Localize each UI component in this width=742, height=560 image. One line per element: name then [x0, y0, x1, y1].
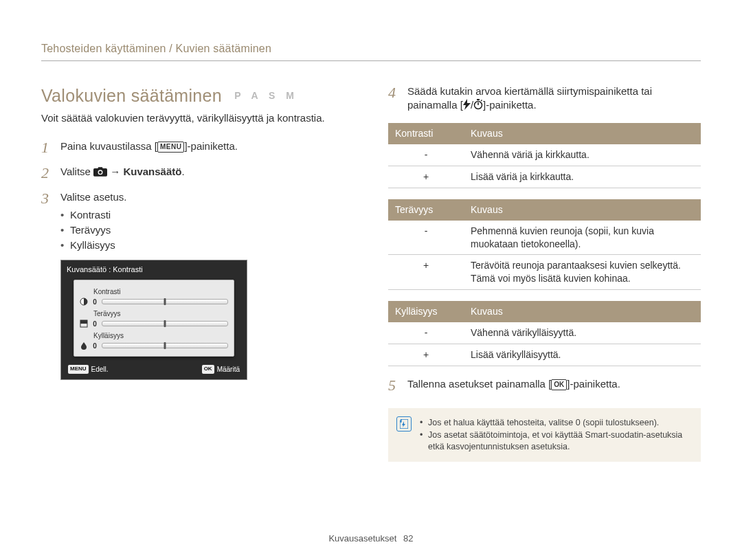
slider-track: [102, 321, 228, 326]
mode-badges: P A S M: [234, 89, 298, 102]
sub-item: Kontrasti: [60, 208, 354, 222]
table-header: Kuvaus: [464, 301, 701, 322]
table-cell: -: [388, 144, 464, 166]
table-saturation: Kylläisyys Kuvaus - Vähennä värikylläisy…: [388, 301, 701, 366]
contrast-icon: [80, 298, 88, 306]
menu-icon: MENU: [68, 365, 89, 373]
screenshot-back-label: Edell.: [91, 365, 109, 374]
note-item: Jos asetat säätötoimintoja, et voi käytt…: [420, 429, 691, 453]
ok-icon: OK: [202, 365, 214, 373]
table-cell: +: [388, 344, 464, 366]
table-cell: +: [388, 255, 464, 290]
slider-track: [102, 343, 228, 348]
step-4-text-c: ]-painiketta.: [483, 99, 537, 111]
table-cell: Lisää värikylläisyyttä.: [464, 344, 701, 366]
screenshot-title: Kuvansäätö : Kontrasti: [61, 260, 247, 277]
step-5: Tallenna asetukset painamalla [OK]-paini…: [407, 377, 701, 393]
camera-screenshot: Kuvansäätö : Kontrasti Kontrasti 0 Teräv…: [60, 260, 247, 380]
section-title: Valokuvien säätäminen: [41, 86, 222, 105]
table-cell: Lisää väriä ja kirkkautta.: [464, 166, 701, 188]
slider-value: 0: [92, 341, 98, 350]
step-1-text-a: Paina kuvaustilassa [: [60, 140, 157, 152]
table-contrast: Kontrasti Kuvaus - Vähennä väriä ja kirk…: [388, 123, 701, 188]
screenshot-ok-label: Määritä: [217, 365, 240, 374]
note-box: Jos et halua käyttää tehosteita, valitse…: [388, 408, 701, 462]
right-column: 4 Säädä kutakin arvoa kiertämällä siirty…: [388, 85, 701, 462]
table-row: - Vähennä väriä ja kirkkautta.: [388, 144, 701, 166]
table-row: + Terävöitä reunoja parantaaksesi kuvien…: [388, 255, 701, 290]
table-row: + Lisää värikylläisyyttä.: [388, 344, 701, 366]
table-row: - Vähennä värikylläisyyttä.: [388, 322, 701, 344]
table-header: Kylläisyys: [388, 301, 464, 322]
step-2-text-c: .: [181, 166, 184, 177]
screenshot-back-button: MENU Edell.: [68, 365, 109, 374]
step-2-text-a: Valitse: [60, 166, 93, 177]
breadcrumb: Tehosteiden käyttäminen / Kuvien säätämi…: [41, 41, 701, 61]
table-row: + Lisää väriä ja kirkkautta.: [388, 166, 701, 188]
slider-label: Kylläisyys: [93, 331, 228, 340]
step-4: Säädä kutakin arvoa kiertämällä siirtymi…: [407, 85, 701, 114]
step-2-strong: Kuvansäätö: [123, 166, 181, 177]
slider-value: 0: [92, 320, 98, 328]
table-header: Terävyys: [388, 199, 464, 221]
table-sharpness: Terävyys Kuvaus - Pehmennä kuvien reunoj…: [388, 199, 701, 290]
sub-item: Terävyys: [60, 223, 354, 237]
step-number: 4: [388, 85, 401, 114]
step-1: Paina kuvaustilassa [MENU]-painiketta.: [60, 139, 354, 155]
screenshot-panel: Kontrasti 0 Terävyys 0: [74, 280, 234, 357]
footer-page-number: 82: [403, 533, 413, 544]
flash-icon: [463, 99, 471, 113]
step-5-text-a: Tallenna asetukset painamalla [: [407, 378, 551, 390]
step-3: Valitse asetus. Kontrasti Terävyys Kyllä…: [60, 190, 354, 380]
step-number: 1: [41, 139, 54, 155]
note-icon: [396, 416, 412, 432]
ok-icon: OK: [551, 379, 567, 390]
timer-icon: [473, 99, 483, 113]
table-cell: +: [388, 166, 464, 188]
step-3-text: Valitse asetus.: [60, 191, 126, 203]
table-header: Kontrasti: [388, 123, 464, 144]
svg-rect-6: [80, 320, 87, 324]
table-cell: -: [388, 221, 464, 255]
table-cell: Terävöitä reunoja parantaaksesi kuvien s…: [464, 255, 701, 290]
intro-text: Voit säätää valokuvien terävyyttä, värik…: [41, 111, 354, 125]
step-number: 5: [388, 377, 401, 393]
svg-rect-1: [98, 167, 103, 169]
table-header: Kuvaus: [464, 199, 701, 221]
slider-label: Terävyys: [93, 309, 228, 318]
slider-row-saturation: 0: [80, 341, 228, 350]
screenshot-ok-button: OK Määritä: [202, 365, 240, 374]
svg-point-3: [99, 170, 102, 173]
step-5-text-b: ]-painiketta.: [567, 378, 620, 390]
slider-row-sharpness: 0: [80, 320, 228, 328]
step-3-sublist: Kontrasti Terävyys Kylläisyys: [60, 208, 354, 253]
slider-label: Kontrasti: [93, 287, 228, 296]
sharpness-icon: [80, 320, 88, 328]
table-header: Kuvaus: [464, 123, 701, 144]
slider-track: [102, 299, 228, 304]
slider-value: 0: [92, 298, 98, 306]
table-cell: Vähennä värikylläisyyttä.: [464, 322, 701, 344]
step-2: Valitse → Kuvansäätö.: [60, 165, 354, 181]
menu-icon: MENU: [157, 142, 184, 153]
table-row: - Pehmennä kuvien reunoja (sopii, kun ku…: [388, 221, 701, 255]
step-2-arrow: →: [107, 166, 123, 177]
page-footer: Kuvausasetukset 82: [0, 533, 742, 545]
svg-line-10: [481, 100, 482, 101]
svg-rect-8: [477, 99, 480, 100]
sub-item: Kylläisyys: [60, 238, 354, 252]
step-number: 3: [41, 190, 54, 380]
slider-row-contrast: 0: [80, 298, 228, 306]
footer-label: Kuvausasetukset: [328, 533, 396, 544]
table-cell: Pehmennä kuvien reunoja (sopii, kun kuvi…: [464, 221, 701, 255]
left-column: Valokuvien säätäminen P A S M Voit säätä…: [41, 85, 354, 462]
camera-icon: [93, 166, 107, 176]
note-item: Jos et halua käyttää tehosteita, valitse…: [420, 417, 691, 429]
table-cell: -: [388, 322, 464, 344]
step-number: 2: [41, 165, 54, 181]
table-cell: Vähennä väriä ja kirkkautta.: [464, 144, 701, 166]
saturation-icon: [80, 341, 88, 350]
step-1-text-b: ]-painiketta.: [184, 140, 238, 152]
